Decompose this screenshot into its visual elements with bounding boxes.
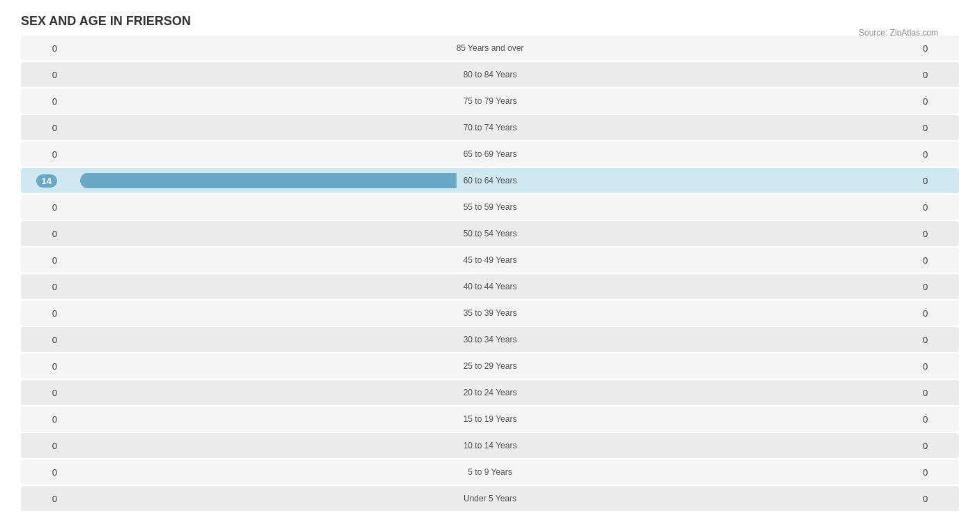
male-value: 0	[21, 414, 63, 425]
female-value: 0	[917, 123, 959, 133]
male-bar-container	[63, 251, 459, 269]
female-bar-container	[521, 357, 917, 375]
chart-row: 030 to 34 Years0	[21, 327, 959, 352]
age-label: 75 to 79 Years	[459, 96, 521, 106]
chart-row: 035 to 39 Years0	[21, 301, 959, 326]
chart-row: 080 to 84 Years0	[21, 62, 959, 87]
female-bar-container	[521, 92, 917, 110]
female-value: 0	[917, 70, 959, 80]
female-value: 0	[917, 96, 959, 107]
male-value: 0	[21, 388, 63, 398]
female-value: 0	[917, 282, 959, 292]
chart-row: 075 to 79 Years0	[21, 89, 959, 114]
age-label: 10 to 14 Years	[459, 441, 521, 450]
male-bar-container	[63, 331, 459, 349]
female-value: 0	[917, 149, 959, 160]
age-label: 40 to 44 Years	[459, 282, 521, 291]
female-bar-container	[521, 437, 917, 455]
female-value: 0	[917, 441, 959, 451]
chart-title: SEX AND AGE IN FRIERSON	[21, 14, 959, 29]
male-value: 0	[21, 361, 63, 372]
age-label: 50 to 54 Years	[459, 229, 521, 238]
male-value: 14	[21, 174, 63, 188]
male-value: 0	[21, 308, 63, 319]
female-bar-container	[521, 331, 917, 349]
female-bar-container	[521, 304, 917, 322]
female-value: 0	[917, 361, 959, 372]
male-bar-container	[63, 172, 459, 190]
female-bar-container	[521, 278, 917, 296]
chart-container: 085 Years and over0080 to 84 Years0075 t…	[21, 36, 959, 516]
female-bar-container	[521, 172, 917, 190]
male-value: 0	[21, 441, 63, 451]
male-bar-container	[63, 66, 459, 84]
female-value: 0	[917, 467, 959, 478]
male-value: 0	[21, 43, 63, 54]
chart-row: 040 to 44 Years0	[21, 274, 959, 299]
male-value: 0	[21, 96, 63, 107]
age-label: 70 to 74 Years	[459, 123, 521, 132]
male-bar-container	[63, 463, 464, 481]
male-bar-container	[63, 92, 459, 110]
male-value: 0	[21, 335, 63, 345]
male-bar-container	[63, 119, 459, 137]
chart-row: 085 Years and over0	[21, 36, 959, 61]
male-value: 0	[21, 202, 63, 213]
female-bar-container	[521, 198, 917, 216]
female-value: 0	[917, 43, 959, 54]
male-bar-container	[63, 357, 459, 375]
male-bar-container	[63, 198, 459, 216]
male-bar-container	[63, 384, 459, 402]
male-bar-container	[63, 225, 459, 243]
chart-row: 025 to 29 Years0	[21, 354, 959, 379]
male-value: 0	[21, 282, 63, 292]
chart-row: 1460 to 64 Years0	[21, 168, 959, 193]
age-label: 85 Years and over	[452, 43, 528, 53]
female-bar-container	[521, 225, 917, 243]
male-value: 0	[21, 229, 63, 239]
male-value: 0	[21, 467, 63, 478]
female-value: 0	[917, 335, 959, 345]
age-label: 5 to 9 Years	[464, 467, 516, 477]
female-bar-container	[521, 145, 917, 163]
female-bar-container	[521, 66, 917, 84]
male-value: 0	[21, 494, 63, 504]
female-value: 0	[917, 308, 959, 319]
female-value: 0	[917, 414, 959, 425]
chart-row: 055 to 59 Years0	[21, 195, 959, 220]
age-label: 80 to 84 Years	[459, 70, 521, 79]
chart-row: 0Under 5 Years0	[21, 486, 959, 511]
male-value: 0	[21, 70, 63, 80]
male-bar	[80, 173, 457, 188]
age-label: 55 to 59 Years	[459, 202, 521, 212]
chart-row: 045 to 49 Years0	[21, 248, 959, 273]
chart-row: 010 to 14 Years0	[21, 433, 959, 458]
age-label: 25 to 29 Years	[459, 361, 521, 371]
chart-row: 020 to 24 Years0	[21, 380, 959, 405]
female-value: 0	[917, 255, 959, 266]
female-value: 0	[917, 494, 959, 504]
male-value: 0	[21, 255, 63, 266]
male-bar-container	[63, 490, 459, 508]
male-bar-container	[63, 410, 459, 428]
female-value: 0	[917, 202, 959, 213]
female-bar-container	[521, 490, 917, 508]
chart-row: 070 to 74 Years0	[21, 115, 959, 140]
male-bar-container	[63, 39, 452, 57]
age-label: 20 to 24 Years	[459, 388, 521, 397]
female-bar-container	[528, 39, 917, 57]
chart-row: 065 to 69 Years0	[21, 142, 959, 167]
male-bar-container	[63, 437, 459, 455]
female-bar-container	[521, 251, 917, 269]
male-bar-container	[63, 145, 459, 163]
male-value: 0	[21, 123, 63, 133]
female-bar-container	[521, 410, 917, 428]
female-bar-container	[521, 384, 917, 402]
chart-row: 015 to 19 Years0	[21, 407, 959, 432]
age-label: 60 to 64 Years	[459, 176, 521, 185]
age-label: 30 to 34 Years	[459, 335, 521, 344]
age-label: 35 to 39 Years	[459, 308, 521, 318]
age-label: Under 5 Years	[459, 494, 521, 503]
male-value: 0	[21, 149, 63, 160]
male-bar-container	[63, 304, 459, 322]
